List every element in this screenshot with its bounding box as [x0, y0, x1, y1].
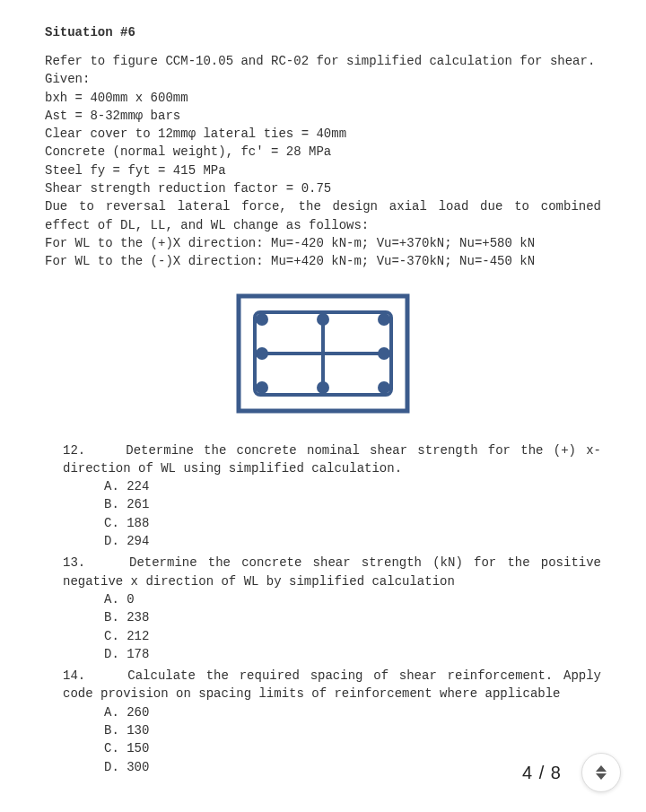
option: A. 260 — [104, 703, 601, 721]
column-section-icon — [233, 291, 413, 416]
given-block: Refer to figure CCM-10.05 and RC-02 for … — [45, 52, 601, 271]
intro-line: Concrete (normal weight), fc' = 28 MPa — [45, 143, 601, 161]
intro-line: Due to reversal lateral force, the desig… — [45, 197, 601, 234]
intro-line: Ast = 8-32mmφ bars — [45, 107, 601, 125]
question-text: Calculate the required spacing of shear … — [63, 668, 601, 701]
intro-line: Given: — [45, 70, 601, 88]
situation-title: Situation #6 — [45, 25, 601, 39]
svg-point-11 — [378, 381, 390, 394]
option: A. 0 — [104, 590, 601, 608]
option: D. 178 — [104, 645, 601, 663]
option: B. 261 — [104, 495, 601, 513]
option: D. 294 — [104, 532, 601, 550]
option: B. 238 — [104, 608, 601, 626]
option: B. 130 — [104, 721, 601, 739]
option: A. 224 — [104, 477, 601, 495]
svg-point-4 — [256, 313, 268, 326]
svg-point-5 — [317, 313, 329, 326]
intro-line: Steel fy = fyt = 415 MPa — [45, 162, 601, 179]
svg-point-10 — [317, 381, 329, 394]
svg-point-6 — [378, 313, 390, 326]
page-up-icon[interactable] — [596, 765, 607, 772]
cross-section-diagram — [45, 291, 601, 420]
options: A. 0 B. 238 C. 212 D. 178 — [63, 590, 601, 663]
page-down-icon[interactable] — [596, 773, 607, 780]
option: C. 212 — [104, 627, 601, 645]
intro-line: bxh = 400mm x 600mm — [45, 89, 601, 107]
page-navigation: 4 / 8 — [522, 753, 621, 792]
svg-point-9 — [256, 381, 268, 394]
question-13: 13. Determine the concrete shear strengt… — [63, 554, 601, 663]
options: A. 224 B. 261 C. 188 D. 294 — [63, 477, 601, 550]
intro-line: For WL to the (+)X direction: Mu=-420 kN… — [45, 234, 601, 252]
svg-point-8 — [378, 347, 390, 360]
questions-block: 12. Determine the concrete nominal shear… — [45, 441, 601, 776]
svg-point-7 — [256, 347, 268, 360]
page-counter: 4 / 8 — [522, 763, 562, 783]
question-text: Determine the concrete shear strength (k… — [63, 555, 601, 588]
question-text: Determine the concrete nominal shear str… — [63, 443, 601, 476]
intro-line: For WL to the (-)X direction: Mu=+420 kN… — [45, 252, 601, 270]
intro-line: Shear strength reduction factor = 0.75 — [45, 179, 601, 197]
options: A. 260 B. 130 C. 150 D. 300 — [63, 703, 601, 776]
question-number: 14. — [63, 668, 85, 683]
document-page: Situation #6 Refer to figure CCM-10.05 a… — [0, 0, 646, 798]
question-number: 13. — [63, 555, 85, 570]
question-12: 12. Determine the concrete nominal shear… — [63, 441, 601, 551]
question-14: 14. Calculate the required spacing of sh… — [63, 667, 601, 776]
question-number: 12. — [63, 443, 85, 458]
intro-line: Clear cover to 12mmφ lateral ties = 40mm — [45, 125, 601, 143]
page-stepper — [581, 753, 621, 792]
option: C. 188 — [104, 514, 601, 532]
intro-line: Refer to figure CCM-10.05 and RC-02 for … — [45, 52, 601, 70]
